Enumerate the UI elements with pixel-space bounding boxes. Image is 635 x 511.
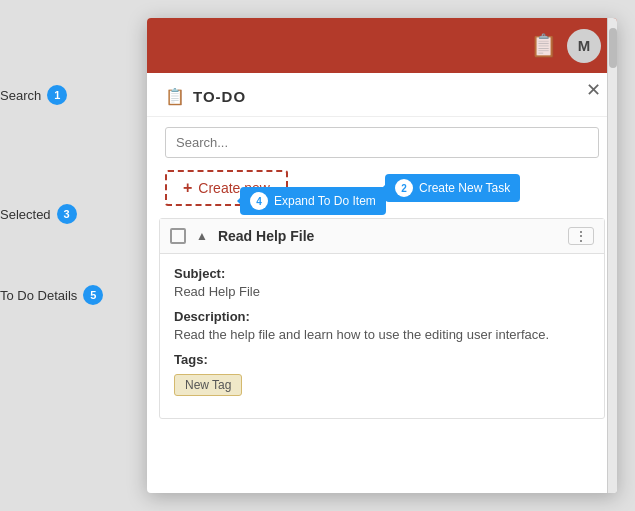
description-label: Description: (174, 309, 590, 324)
todo-details-label: To Do Details (0, 288, 77, 303)
subject-label: Subject: (174, 266, 590, 281)
tag-item[interactable]: New Tag (174, 374, 242, 396)
todo-title: Read Help File (218, 228, 560, 244)
search-area (147, 117, 617, 166)
plus-icon: + (183, 179, 192, 197)
panel-title: TO-DO (193, 88, 246, 105)
expand-button[interactable]: ▲ (194, 229, 210, 243)
selected-label: Selected (0, 207, 51, 222)
todo-section: ▲ Read Help File ⋮ 4 Expand To Do Item S… (159, 218, 605, 419)
search-label: Search (0, 88, 41, 103)
subject-row: Subject: Read Help File (174, 266, 590, 299)
todo-checkbox[interactable] (170, 228, 186, 244)
expand-tooltip-arrow (232, 196, 242, 206)
expand-tooltip-badge: 4 (250, 192, 268, 210)
avatar: M (567, 29, 601, 63)
search-badge: 1 (47, 85, 67, 105)
selected-label-area: Selected 3 (0, 204, 77, 224)
todo-details-badge: 5 (83, 285, 103, 305)
todo-header-icon: 📋 (530, 33, 557, 59)
search-label-area: Search 1 (0, 85, 67, 105)
selected-badge: 3 (57, 204, 77, 224)
todo-details-label-area: To Do Details 5 (0, 285, 103, 305)
create-new-tooltip: 2 Create New Task (385, 174, 520, 202)
tags-label: Tags: (174, 352, 590, 367)
todo-item-header: ▲ Read Help File ⋮ 4 Expand To Do Item (160, 219, 604, 254)
description-row: Description: Read the help file and lear… (174, 309, 590, 342)
content-area: ✕ 📋 TO-DO + Create new 2 (147, 73, 617, 493)
todo-details: Subject: Read Help File Description: Rea… (160, 254, 604, 418)
description-value: Read the help file and learn how to use … (174, 327, 590, 342)
close-button[interactable]: ✕ (586, 81, 601, 99)
outer-container: Search 1 Selected 3 To Do Details 5 📋 M … (0, 0, 635, 511)
create-tooltip-badge: 2 (395, 179, 413, 197)
search-input[interactable] (165, 127, 599, 158)
header-bar: 📋 M (147, 18, 617, 73)
panel-todo-icon: 📋 (165, 87, 185, 106)
panel-title-area: 📋 TO-DO (147, 73, 617, 117)
more-options-button[interactable]: ⋮ (568, 227, 594, 245)
main-panel: 📋 M ✕ 📋 TO-DO + Create new (147, 18, 617, 493)
scrollbar-thumb[interactable] (609, 28, 617, 68)
expand-tooltip: 4 Expand To Do Item (240, 187, 386, 215)
create-tooltip-text: Create New Task (419, 181, 510, 195)
tags-row: Tags: New Tag (174, 352, 590, 396)
expand-tooltip-text: Expand To Do Item (274, 194, 376, 208)
scrollbar-track[interactable] (607, 18, 617, 493)
subject-value: Read Help File (174, 284, 590, 299)
